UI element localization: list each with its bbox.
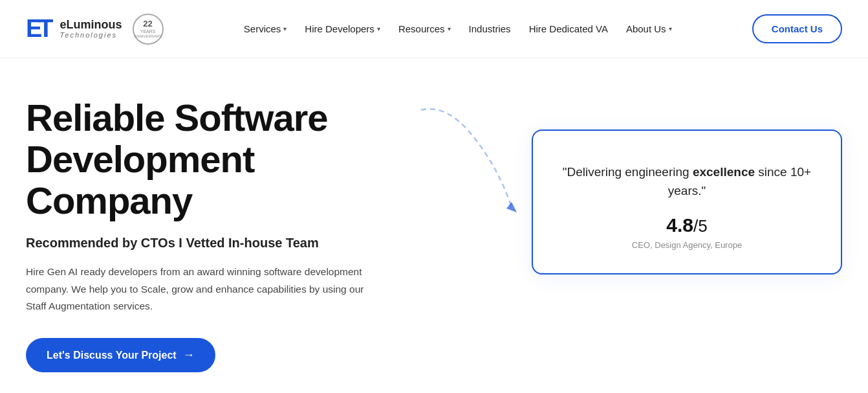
- testimonial-card: "Delivering engineering excellence since…: [532, 129, 842, 275]
- quote-start: "Delivering engineering: [563, 165, 693, 179]
- quote-bold: excellence: [693, 165, 755, 179]
- logo-text: eLuminous Technologies: [60, 19, 122, 39]
- cta-button[interactable]: Let's Discuss Your Project →: [26, 338, 215, 372]
- logo-name: eLuminous: [60, 19, 122, 32]
- contact-us-button[interactable]: Contact Us: [752, 14, 842, 43]
- nav-item-services[interactable]: Services ▾: [236, 18, 295, 39]
- nav-links: Services ▾ Hire Developers ▾ Resources ▾…: [164, 18, 752, 39]
- nav-item-hire-va[interactable]: Hire Dedicated VA: [521, 18, 616, 39]
- chevron-down-icon: ▾: [669, 25, 672, 32]
- nav-item-about-us[interactable]: About Us ▾: [618, 18, 680, 39]
- svg-marker-0: [506, 202, 517, 212]
- chevron-down-icon: ▾: [283, 25, 287, 32]
- nav-item-resources[interactable]: Resources ▾: [391, 18, 459, 39]
- hero-title: Reliable Software Development Company: [26, 97, 421, 221]
- cta-arrow-icon: →: [183, 348, 195, 362]
- nav-industries-label: Industries: [469, 23, 511, 34]
- logo-anniversary-badge: 22 YEARS ANNIVERSARY: [133, 14, 164, 45]
- hero-description: Hire Gen AI ready developers from an awa…: [26, 264, 375, 315]
- chevron-down-icon: ▾: [448, 25, 451, 32]
- chevron-down-icon: ▾: [377, 25, 380, 32]
- nav-services-label: Services: [244, 23, 281, 34]
- testimonial-rating: 4.8/5: [559, 214, 815, 236]
- logo-subtext: Technologies: [60, 31, 122, 39]
- cta-label: Let's Discuss Your Project: [47, 350, 177, 361]
- hero-left-content: Reliable Software Development Company Re…: [26, 97, 447, 372]
- navbar: E T eLuminous Technologies 22 YEARS ANNI…: [0, 0, 868, 58]
- nav-hire-devs-label: Hire Developers: [305, 23, 374, 34]
- logo-t-letter: T: [38, 15, 52, 43]
- testimonial-quote: "Delivering engineering excellence since…: [559, 163, 815, 200]
- hero-section: Reliable Software Development Company Re…: [0, 58, 868, 393]
- nav-hire-va-label: Hire Dedicated VA: [529, 23, 608, 34]
- testimonial-source: CEO, Design Agency, Europe: [559, 240, 815, 250]
- nav-item-hire-developers[interactable]: Hire Developers ▾: [297, 18, 388, 39]
- hero-right-content: "Delivering engineering excellence since…: [447, 97, 842, 275]
- nav-resources-label: Resources: [398, 23, 445, 34]
- hero-subtitle: Recommended by CTOs I Vetted In-house Te…: [26, 234, 421, 252]
- nav-item-industries[interactable]: Industries: [461, 18, 519, 39]
- rating-value: 4.8: [666, 214, 693, 236]
- rating-suffix: /5: [693, 216, 708, 236]
- logo-area[interactable]: E T eLuminous Technologies 22 YEARS ANNI…: [26, 14, 164, 45]
- logo-et-icon: E T: [26, 15, 52, 43]
- nav-about-label: About Us: [626, 23, 666, 34]
